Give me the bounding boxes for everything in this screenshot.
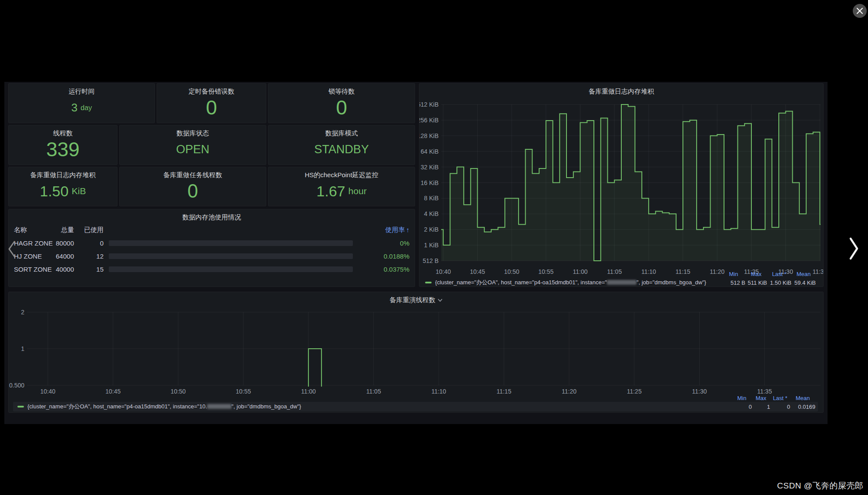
panel-title[interactable]: 线程数 [9, 125, 117, 138]
table-row[interactable]: SORT ZONE 40000 15 0.0375% [9, 263, 415, 276]
svg-text:11:10: 11:10 [431, 388, 446, 395]
usage-gauge [109, 266, 353, 272]
stat-value: 0 [157, 96, 266, 123]
svg-text:4 KiB: 4 KiB [424, 210, 439, 217]
replay-threads-chart[interactable]: 10:4010:4510:5010:5511:0011:0511:1011:15… [9, 292, 823, 412]
close-icon [857, 8, 863, 14]
svg-text:10:40: 10:40 [436, 268, 451, 275]
legend-mean-header: Mean [791, 271, 816, 277]
svg-text:11:15: 11:15 [676, 268, 690, 275]
svg-text:11:30: 11:30 [692, 388, 707, 395]
svg-text:11:25: 11:25 [627, 388, 642, 395]
svg-text:10:40: 10:40 [40, 388, 55, 395]
panel-title[interactable]: 备库重演线程数 [9, 292, 823, 304]
svg-text:10:50: 10:50 [504, 268, 519, 275]
stat-value: 0 [120, 179, 266, 206]
svg-text:2: 2 [21, 309, 24, 316]
column-header-name[interactable]: 名称 [14, 226, 48, 234]
panel-title[interactable]: 定时备份错误数 [157, 84, 266, 96]
svg-text:0.500: 0.500 [9, 382, 24, 389]
column-header-usage[interactable]: 使用率↑ [358, 226, 409, 234]
stat-value: 1.50KiB [9, 179, 117, 206]
panel-redo-log-memory-chart: 备库重做日志内存堆积 10:4010:4510:5010:5511:0011:0… [419, 83, 824, 287]
watermark: CSDN @飞奔的屎壳郎 [777, 480, 863, 492]
close-button[interactable] [853, 4, 867, 18]
panel-title[interactable]: 备库重做日志内存堆积 [419, 84, 823, 96]
grafana-dashboard: 运行时间 3day 定时备份错误数 0 锁等待数 0 线程数 339 数据库状态… [4, 82, 828, 424]
legend-stats-header: Min Max Last * Mean [722, 271, 816, 277]
stat-panel-lock-waits: 锁等待数 0 [268, 83, 415, 123]
stat-panel-threads: 线程数 339 [8, 125, 117, 165]
svg-text:8 KiB: 8 KiB [424, 195, 439, 202]
stat-value: 3day [9, 96, 154, 123]
legend-row[interactable]: {cluster_name="办公OA", host_name="p4-oa15… [13, 402, 818, 411]
carousel-prev-button[interactable] [7, 240, 17, 260]
panel-title[interactable]: 数据库状态 [120, 125, 266, 138]
svg-text:11:35: 11:35 [757, 388, 772, 395]
legend-stats-header: Min Max Last * Mean [732, 395, 815, 401]
column-header-used[interactable]: 已使用 [79, 226, 104, 234]
stat-panel-backup-errors: 定时备份错误数 0 [157, 83, 266, 123]
panel-title[interactable]: 运行时间 [9, 84, 154, 96]
svg-text:256 KiB: 256 KiB [419, 117, 439, 124]
panel-title[interactable]: 数据库模式 [268, 125, 415, 138]
usage-gauge [109, 253, 353, 259]
series-label: {cluster_name="办公OA", host_name="p4-oa15… [435, 279, 722, 286]
legend-last-header: Last * [767, 271, 791, 277]
legend-min-header: Min [722, 271, 745, 277]
usage-gauge [109, 240, 353, 246]
stat-panel-redo-tasks: 备库重做任务线程数 0 [119, 167, 266, 206]
legend-stats-values: 0 1 0 0.0169 [732, 404, 815, 410]
svg-text:10:45: 10:45 [105, 388, 121, 395]
chevron-down-icon [438, 299, 442, 302]
legend-row[interactable]: {cluster_name="办公OA", host_name="p4-oa15… [425, 278, 816, 287]
svg-text:64 KiB: 64 KiB [421, 148, 439, 155]
chevron-left-icon [7, 240, 17, 258]
table-row[interactable]: HAGR ZONE 80000 0 0% [9, 236, 415, 249]
series-label: {cluster_name="办公OA", host_name="p4-oa15… [27, 403, 732, 411]
table-header-row: 名称 总量 已使用 使用率↑ [9, 223, 415, 236]
panel-title[interactable]: 备库重做日志内存堆积 [9, 167, 117, 179]
series-color-marker [17, 406, 24, 407]
svg-text:10:55: 10:55 [538, 268, 553, 275]
redo-log-memory-chart[interactable]: 10:4010:4510:5010:5511:0011:0511:1011:15… [419, 84, 823, 286]
panel-memory-pool-table: 数据内存池使用情况 名称 总量 已使用 使用率↑ HAGR ZONE 80000… [8, 209, 415, 287]
stat-value: 1.67hour [268, 179, 415, 206]
svg-text:11:05: 11:05 [366, 388, 381, 395]
stat-panel-redo-memory: 备库重做日志内存堆积 1.50KiB [8, 167, 117, 206]
svg-text:11:10: 11:10 [641, 268, 656, 275]
svg-text:2 KiB: 2 KiB [424, 226, 439, 233]
svg-text:10:45: 10:45 [470, 268, 485, 275]
svg-text:1 KiB: 1 KiB [424, 242, 439, 249]
legend-max-header: Max [745, 271, 767, 277]
panel-title[interactable]: 数据内存池使用情况 [9, 209, 415, 222]
stat-value: OPEN [120, 138, 266, 165]
stat-value: 0 [268, 96, 415, 123]
stat-panel-db-status: 数据库状态 OPEN [119, 125, 266, 165]
legend-min-header: Min [732, 395, 752, 401]
panel-title[interactable]: HS的checkPoint延迟监控 [268, 167, 415, 179]
svg-text:10:50: 10:50 [171, 388, 186, 395]
panel-title[interactable]: 备库重做任务线程数 [120, 167, 266, 179]
svg-text:16 KiB: 16 KiB [421, 179, 439, 186]
svg-text:11:05: 11:05 [607, 268, 622, 275]
sort-ascending-icon: ↑ [406, 226, 410, 233]
stat-panel-uptime: 运行时间 3day [8, 83, 155, 123]
svg-text:512 B: 512 B [422, 257, 439, 264]
svg-text:11:15: 11:15 [496, 388, 511, 395]
table-row[interactable]: HJ ZONE 64000 12 0.0188% [9, 249, 415, 263]
chevron-right-icon [848, 236, 860, 261]
svg-text:128 KiB: 128 KiB [419, 132, 439, 139]
stat-panel-db-mode: 数据库模式 STANDBY [268, 125, 415, 165]
panel-replay-threads-chart: 备库重演线程数 10:4010:4510:5010:5511:0011:0511… [8, 292, 824, 413]
svg-text:512 KiB: 512 KiB [419, 101, 439, 108]
legend-last-header: Last * [770, 395, 790, 401]
svg-text:1: 1 [21, 345, 24, 352]
redacted-instance [207, 404, 231, 409]
carousel-next-button[interactable] [848, 236, 860, 263]
panel-title[interactable]: 锁等待数 [268, 84, 415, 96]
svg-text:32 KiB: 32 KiB [421, 164, 439, 171]
column-header-total[interactable]: 总量 [53, 226, 74, 234]
redacted-instance [607, 280, 637, 285]
legend-stats-values: 512 B 511 KiB 1.50 KiB 59.4 KiB [722, 279, 816, 286]
